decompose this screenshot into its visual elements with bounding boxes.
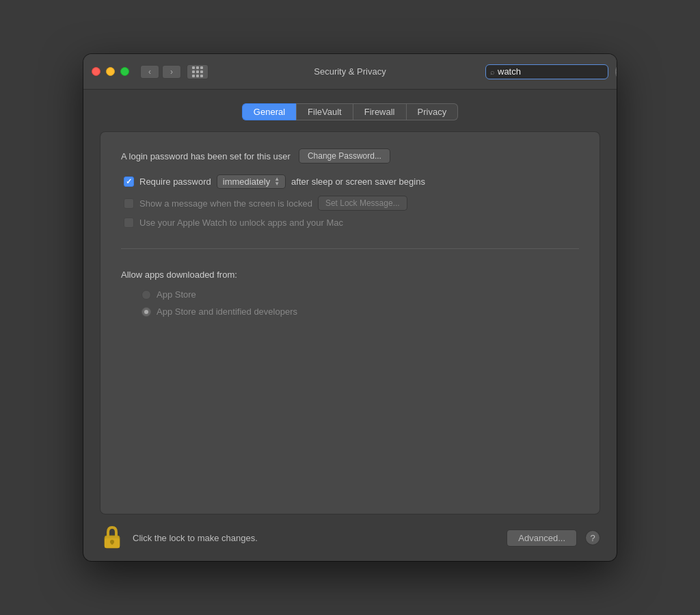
after-sleep-text: after sleep or screen saver begins (291, 176, 425, 187)
search-bar: ⌕ ✕ (485, 64, 608, 79)
radio-group: App Store App Store and identified devel… (142, 289, 579, 317)
require-password-checkbox[interactable] (124, 176, 134, 187)
require-password-row: Require password immediately ▲ ▼ after s… (124, 174, 579, 189)
forward-button[interactable]: › (162, 65, 181, 79)
apple-watch-label: Use your Apple Watch to unlock apps and … (139, 218, 343, 228)
password-timing-dropdown[interactable]: immediately ▲ ▼ (217, 174, 286, 189)
grid-button[interactable] (187, 64, 208, 79)
close-button[interactable] (92, 67, 100, 76)
advanced-button[interactable]: Advanced... (507, 529, 577, 547)
tab-filevault[interactable]: FileVault (296, 103, 353, 120)
back-button[interactable]: ‹ (140, 65, 159, 79)
titlebar: ‹ › Security & Privacy ⌕ ✕ (83, 54, 617, 90)
search-clear-button[interactable]: ✕ (615, 66, 617, 77)
radio-app-store-identified (142, 307, 151, 317)
nav-buttons: ‹ › (140, 65, 181, 79)
login-password-text: A login password has been set for this u… (121, 151, 291, 161)
search-icon: ⌕ (490, 68, 495, 76)
radio-label-app-store: App Store (157, 289, 196, 300)
password-timing-value: immediately (223, 176, 270, 187)
radio-app-store (142, 290, 151, 300)
minimize-button[interactable] (106, 67, 115, 76)
help-button[interactable]: ? (585, 530, 600, 545)
traffic-lights (92, 67, 129, 76)
tab-bar: General FileVault Firewall Privacy (100, 103, 600, 120)
main-window: ‹ › Security & Privacy ⌕ ✕ General FileV… (83, 54, 617, 561)
content-area: General FileVault Firewall Privacy A log… (83, 90, 617, 514)
forward-icon: › (170, 67, 173, 77)
login-password-row: A login password has been set for this u… (121, 148, 579, 163)
footer: Click the lock to make changes. Advanced… (83, 514, 617, 561)
lock-help-text: Click the lock to make changes. (133, 533, 498, 543)
show-message-checkbox (124, 198, 134, 209)
radio-row-app-store: App Store (142, 289, 579, 300)
allow-apps-label: Allow apps downloaded from: (121, 270, 579, 280)
tab-firewall[interactable]: Firewall (353, 103, 406, 120)
set-lock-message-button: Set Lock Message... (318, 196, 407, 211)
search-input[interactable] (498, 66, 612, 77)
dropdown-arrows-icon: ▲ ▼ (274, 177, 280, 186)
apple-watch-row: Use your Apple Watch to unlock apps and … (124, 218, 579, 228)
maximize-button[interactable] (120, 67, 129, 76)
divider (121, 248, 579, 249)
change-password-button[interactable]: Change Password... (299, 148, 390, 163)
lock-icon[interactable] (100, 524, 124, 551)
back-icon: ‹ (148, 67, 151, 77)
lock-svg-icon (101, 525, 123, 551)
radio-label-app-store-identified: App Store and identified developers (157, 306, 297, 317)
tab-general[interactable]: General (242, 103, 296, 120)
grid-icon (192, 66, 203, 77)
show-message-label: Show a message when the screen is locked (139, 198, 312, 209)
tab-privacy[interactable]: Privacy (406, 103, 459, 120)
svg-rect-3 (111, 542, 113, 545)
show-message-row: Show a message when the screen is locked… (124, 196, 579, 211)
settings-panel: A login password has been set for this u… (100, 131, 600, 514)
window-title: Security & Privacy (314, 66, 386, 77)
radio-row-app-store-identified: App Store and identified developers (142, 306, 579, 317)
require-password-label: Require password (139, 176, 211, 187)
apple-watch-checkbox (124, 218, 134, 228)
